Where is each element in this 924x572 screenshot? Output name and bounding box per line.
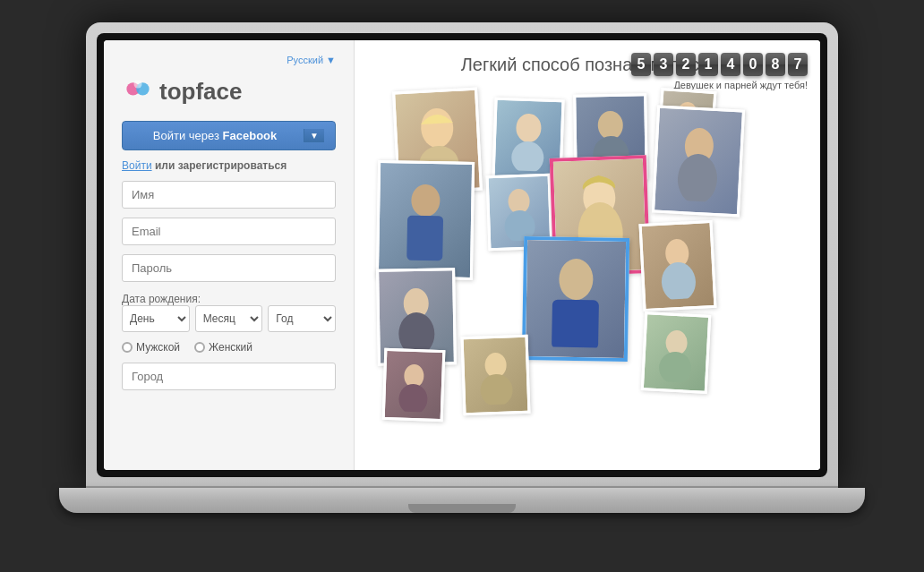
dob-label: Дата рождения: — [122, 293, 336, 305]
gender-area: Мужской Женский — [122, 341, 336, 354]
svg-rect-22 — [552, 299, 599, 347]
facebook-login-button[interactable]: Войти через Facebook ▼ — [122, 121, 336, 150]
counter-area: 5 3 2 1 4 0 8 7 Девушек и парней ждут те… — [631, 53, 808, 90]
svg-point-18 — [677, 152, 719, 202]
facebook-btn-dropdown[interactable]: ▼ — [304, 129, 324, 142]
laptop-frame: Русский ▼ topface Во — [59, 22, 865, 551]
login-link[interactable]: Войти — [122, 159, 152, 172]
digit-7: 8 — [766, 53, 785, 76]
name-input[interactable] — [122, 181, 336, 209]
svg-point-20 — [398, 312, 435, 354]
language-selector[interactable]: Русский ▼ — [287, 55, 336, 65]
photo-5[interactable] — [376, 160, 475, 280]
svg-point-24 — [661, 261, 697, 300]
city-input[interactable] — [122, 363, 336, 390]
photo-11[interactable] — [638, 219, 716, 311]
svg-rect-12 — [406, 215, 443, 260]
laptop-screen-body: Русский ▼ topface Во — [86, 22, 838, 488]
logo-area: topface — [122, 76, 336, 108]
facebook-btn-label: Войти через Facebook — [133, 129, 296, 142]
password-input[interactable] — [122, 254, 336, 282]
right-panel: Легкий способ познакомиться! 5 3 2 1 4 0… — [355, 40, 820, 470]
photo-13[interactable] — [460, 334, 530, 415]
logo-icon — [122, 76, 154, 108]
logo-text: topface — [159, 78, 242, 106]
laptop-base — [59, 488, 865, 513]
photo-14[interactable] — [641, 312, 712, 394]
svg-point-28 — [479, 373, 512, 405]
page-content: Русский ▼ topface Во — [104, 40, 820, 470]
digit-3: 2 — [676, 53, 696, 76]
svg-point-13 — [508, 188, 530, 214]
login-register-area: Войти или зарегистрироваться — [122, 159, 336, 172]
left-panel: Русский ▼ topface Во — [104, 40, 355, 470]
dob-selects: День Месяц Год — [122, 305, 336, 332]
digit-1: 5 — [631, 53, 651, 76]
svg-point-21 — [559, 258, 594, 300]
svg-point-2 — [134, 80, 142, 88]
gender-female-label: Женский — [209, 341, 252, 354]
photo-8[interactable] — [652, 105, 745, 217]
dob-year-select[interactable]: Год — [268, 305, 336, 332]
svg-point-25 — [404, 363, 424, 388]
svg-point-30 — [658, 351, 692, 383]
gender-female-option[interactable]: Женский — [194, 341, 252, 354]
counter-digits: 5 3 2 1 4 0 8 7 — [631, 53, 808, 76]
digit-2: 3 — [654, 53, 673, 76]
gender-male-label: Мужской — [136, 341, 180, 354]
photo-10[interactable] — [522, 235, 629, 361]
svg-point-11 — [411, 184, 441, 217]
screen-bezel: Русский ▼ topface Во — [97, 33, 827, 477]
digit-4: 1 — [698, 53, 718, 76]
gender-male-option[interactable]: Мужской — [122, 341, 180, 354]
email-input[interactable] — [122, 218, 336, 245]
photo-12[interactable] — [382, 347, 446, 421]
dob-month-select[interactable]: Месяц — [195, 305, 263, 332]
radio-male[interactable] — [122, 342, 133, 353]
dob-day-select[interactable]: День — [122, 305, 190, 332]
screen: Русский ▼ topface Во — [104, 40, 820, 470]
svg-point-6 — [511, 141, 544, 171]
digit-6: 0 — [743, 53, 763, 76]
radio-female[interactable] — [194, 342, 205, 353]
photos-collage — [372, 90, 811, 461]
svg-point-3 — [420, 107, 454, 148]
digit-8: 7 — [788, 53, 808, 76]
svg-point-5 — [516, 113, 542, 142]
svg-point-29 — [665, 329, 688, 355]
svg-point-26 — [398, 383, 428, 412]
svg-point-7 — [597, 110, 623, 139]
dob-section: Дата рождения: День Месяц Год — [122, 291, 336, 332]
digit-5: 4 — [721, 53, 740, 76]
svg-point-27 — [484, 352, 507, 378]
